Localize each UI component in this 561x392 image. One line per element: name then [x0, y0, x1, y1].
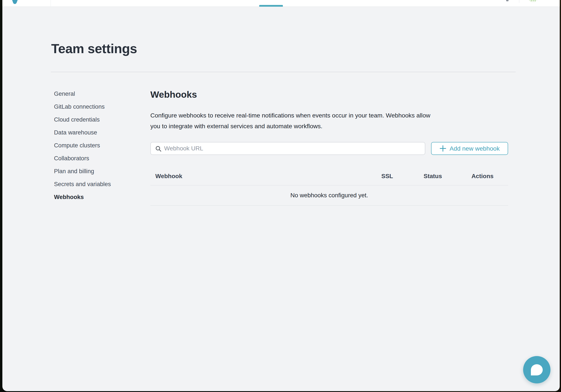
webhook-search-input[interactable] — [164, 142, 422, 154]
sidebar-item-secrets-and-variables[interactable]: Secrets and variables — [54, 178, 144, 191]
chat-launcher-button[interactable] — [523, 356, 550, 383]
chat-bubble-icon — [531, 364, 543, 375]
sidebar-item-cloud-credentials[interactable]: Cloud credentials — [54, 113, 144, 126]
table-empty-row: No webhooks configured yet. — [150, 185, 508, 206]
sidebar-item-plan-and-billing[interactable]: Plan and billing — [54, 165, 144, 178]
column-header-ssl: SSL — [366, 173, 409, 180]
user-avatar[interactable] — [528, 0, 539, 2]
active-tab-underline — [259, 5, 283, 7]
topbar — [2, 0, 560, 7]
table-header-row: Webhook SSL Status Actions — [150, 167, 508, 185]
title-divider — [51, 72, 516, 72]
webhooks-table: Webhook SSL Status Actions No webhooks c… — [150, 167, 508, 206]
add-webhook-button-label: Add new webhook — [450, 145, 500, 152]
search-icon — [155, 145, 162, 152]
empty-state-message: No webhooks configured yet. — [290, 192, 368, 199]
column-header-actions: Actions — [457, 173, 508, 180]
desktop-background: { "page": { "title": "Team settings" }, … — [0, 0, 561, 392]
webhook-toolbar: Add new webhook — [150, 142, 508, 155]
add-webhook-button[interactable]: Add new webhook — [431, 142, 508, 155]
column-header-webhook: Webhook — [150, 173, 366, 180]
topbar-divider — [51, 0, 51, 7]
sidebar-item-webhooks[interactable]: Webhooks — [54, 191, 144, 204]
section-description-line-2: you to integrate with external services … — [150, 121, 431, 132]
plus-icon — [440, 145, 446, 152]
topbar-right-divider — [519, 0, 519, 3]
topbar-icon[interactable] — [506, 0, 508, 1]
column-header-status: Status — [409, 173, 457, 180]
page-title: Team settings — [51, 40, 137, 57]
sidebar-item-compute-clusters[interactable]: Compute clusters — [54, 139, 144, 152]
sidebar-item-data-warehouse[interactable]: Data warehouse — [54, 126, 144, 139]
section-description-line-1: Configure webhooks to receive real-time … — [150, 110, 431, 121]
sidebar-item-gitlab-connections[interactable]: GitLab connections — [54, 100, 144, 113]
sidebar-item-general[interactable]: General — [54, 87, 144, 100]
webhook-search-box — [150, 142, 425, 155]
settings-nav: General GitLab connections Cloud credent… — [54, 87, 144, 204]
sidebar-item-collaborators[interactable]: Collaborators — [54, 152, 144, 165]
app-window: Team settings General GitLab connections… — [2, 0, 560, 391]
section-heading: Webhooks — [150, 89, 197, 100]
section-description: Configure webhooks to receive real-time … — [150, 110, 431, 131]
app-logo-icon[interactable] — [10, 0, 27, 4]
